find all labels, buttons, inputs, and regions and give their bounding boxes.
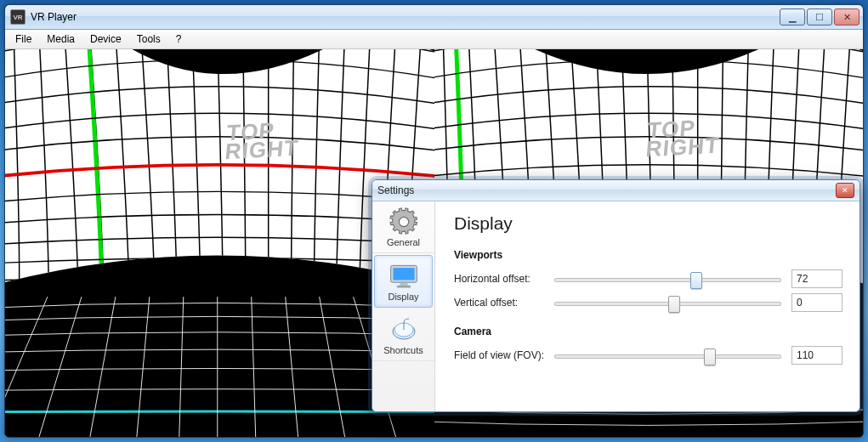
titlebar[interactable]: VR VR Player ▁ ☐ ✕ bbox=[5, 5, 863, 30]
svg-line-5 bbox=[179, 297, 184, 437]
tab-shortcuts[interactable]: Shortcuts bbox=[372, 309, 434, 361]
settings-close-button[interactable]: ✕ bbox=[836, 183, 854, 198]
label-vertical-offset: Vertical offset: bbox=[454, 297, 554, 309]
section-camera: Camera bbox=[454, 326, 842, 337]
svg-rect-15 bbox=[400, 283, 407, 286]
menu-media[interactable]: Media bbox=[40, 31, 82, 47]
tab-display[interactable]: Display bbox=[374, 255, 433, 308]
row-vertical-offset: Vertical offset: 0 bbox=[454, 293, 842, 312]
close-button[interactable]: ✕ bbox=[834, 8, 859, 26]
svg-line-4 bbox=[137, 297, 150, 437]
settings-pane-display: Display Viewports Horizontal offset: 72 … bbox=[435, 201, 859, 411]
slider-horizontal-offset[interactable] bbox=[554, 270, 781, 287]
gear-icon bbox=[389, 208, 419, 235]
svg-line-2 bbox=[39, 297, 82, 437]
svg-line-1 bbox=[5, 297, 48, 437]
menu-help[interactable]: ? bbox=[169, 31, 189, 47]
settings-title: Settings bbox=[377, 184, 836, 196]
maximize-button[interactable]: ☐ bbox=[807, 8, 832, 26]
app-title: VR Player bbox=[31, 11, 780, 23]
menu-tools[interactable]: Tools bbox=[130, 31, 167, 47]
mouse-icon bbox=[389, 316, 419, 343]
menubar: File Media Device Tools ? bbox=[5, 30, 863, 49]
tab-display-label: Display bbox=[388, 292, 418, 302]
svg-line-8 bbox=[286, 297, 298, 437]
value-horizontal-offset[interactable]: 72 bbox=[791, 269, 842, 288]
tab-general[interactable]: General bbox=[372, 201, 434, 253]
vr-eye-left: TOP RIGHT bbox=[5, 49, 434, 437]
minimize-button[interactable]: ▁ bbox=[780, 8, 805, 26]
menu-file[interactable]: File bbox=[9, 31, 38, 47]
display-heading: Display bbox=[454, 213, 842, 234]
svg-rect-16 bbox=[396, 286, 410, 288]
settings-tabs: General Display bbox=[372, 201, 435, 411]
menu-device[interactable]: Device bbox=[83, 31, 128, 47]
tab-general-label: General bbox=[387, 237, 420, 247]
tab-shortcuts-label: Shortcuts bbox=[383, 345, 423, 355]
window-controls: ▁ ☐ ✕ bbox=[780, 8, 859, 26]
slider-fov[interactable] bbox=[554, 347, 781, 364]
value-vertical-offset[interactable]: 0 bbox=[791, 293, 842, 312]
svg-rect-0 bbox=[5, 49, 434, 313]
svg-line-7 bbox=[252, 297, 256, 437]
monitor-icon bbox=[389, 263, 419, 290]
settings-dialog: Settings ✕ General bbox=[372, 179, 860, 412]
section-viewports: Viewports bbox=[454, 249, 842, 261]
settings-body: General Display bbox=[372, 201, 859, 411]
label-horizontal-offset: Horizontal offset: bbox=[454, 273, 554, 285]
calibration-grid-left bbox=[5, 49, 434, 437]
settings-titlebar[interactable]: Settings ✕ bbox=[372, 180, 859, 201]
value-fov[interactable]: 110 bbox=[791, 346, 842, 365]
label-fov: Field of view (FOV): bbox=[454, 349, 554, 361]
slider-vertical-offset[interactable] bbox=[554, 294, 781, 311]
app-icon: VR bbox=[10, 9, 26, 25]
row-horizontal-offset: Horizontal offset: 72 bbox=[454, 269, 842, 288]
row-fov: Field of view (FOV): 110 bbox=[454, 346, 842, 365]
overlay-top-right-left-eye: TOP RIGHT bbox=[224, 120, 301, 162]
svg-rect-14 bbox=[393, 268, 414, 280]
overlay-top-right-right-eye: TOP RIGHT bbox=[644, 117, 721, 159]
